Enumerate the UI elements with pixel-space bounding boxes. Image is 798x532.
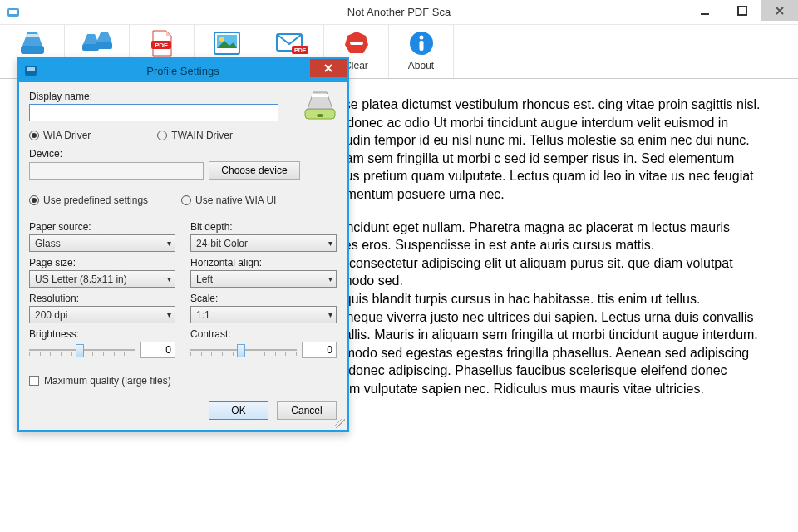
pdf-icon: PDF — [145, 28, 179, 58]
scale-label: Scale: — [190, 293, 337, 304]
profile-settings-dialog: Profile Settings Display name: WIA Drive… — [17, 57, 349, 432]
info-icon — [405, 28, 438, 58]
resolution-label: Resolution: — [29, 293, 175, 304]
chevron-down-icon: ▾ — [328, 310, 332, 319]
dialog-body: Display name: WIA Driver TWAIN Driver De… — [19, 82, 347, 430]
chevron-down-icon: ▾ — [167, 239, 171, 248]
button-label: Choose device — [221, 165, 287, 176]
brightness-label: Brightness: — [29, 328, 175, 340]
select-value: 200 dpi — [35, 309, 67, 321]
contrast-slider[interactable] — [190, 342, 297, 358]
max-quality-checkbox[interactable]: Maximum quality (large files) — [29, 375, 337, 387]
svg-rect-3 — [738, 7, 746, 15]
radio-label: WIA Driver — [43, 130, 91, 141]
dialog-titlebar[interactable]: Profile Settings — [19, 59, 347, 82]
scanner-illustration-icon — [302, 87, 338, 125]
document-paragraph: nisl tincidunt eget nullam. Pharetra mag… — [316, 219, 765, 398]
bit-depth-label: Bit depth: — [190, 221, 337, 233]
select-value: Glass — [35, 238, 61, 249]
horizontal-align-label: Horizontal align: — [190, 257, 337, 268]
brightness-value[interactable] — [140, 342, 175, 358]
svg-rect-24 — [312, 94, 328, 97]
dialog-close-button[interactable] — [310, 59, 347, 77]
choose-device-button[interactable]: Choose device — [209, 161, 300, 180]
clear-icon — [340, 28, 373, 58]
right-column: Bit depth: 24-bit Color▾ Horizontal alig… — [190, 221, 337, 363]
ok-button[interactable]: OK — [209, 401, 268, 420]
window-title: Not Another PDF Sca — [0, 6, 798, 18]
use-predefined-radio[interactable]: Use predefined settings — [29, 195, 148, 206]
chevron-down-icon: ▾ — [328, 239, 332, 248]
select-value: 1:1 — [196, 309, 210, 321]
radio-label: Use predefined settings — [43, 195, 148, 206]
window-controls — [686, 0, 798, 21]
bit-depth-select[interactable]: 24-bit Color▾ — [190, 234, 337, 252]
document-paragraph: bitasse platea dictumst vestibulum rhonc… — [316, 96, 765, 204]
horizontal-align-select[interactable]: Left▾ — [190, 270, 337, 288]
dialog-title: Profile Settings — [19, 65, 347, 77]
svg-rect-7 — [96, 42, 112, 49]
page-size-select[interactable]: US Letter (8.5x11 in)▾ — [29, 270, 175, 288]
svg-rect-5 — [26, 34, 39, 37]
display-name-input[interactable] — [29, 104, 278, 121]
page-size-label: Page size: — [29, 257, 175, 268]
email-pdf-icon: PDF — [275, 28, 308, 58]
checkbox-label: Maximum quality (large files) — [44, 375, 171, 387]
svg-rect-17 — [350, 42, 363, 45]
button-label: Cancel — [291, 405, 322, 416]
use-native-radio[interactable]: Use native WIA UI — [181, 195, 276, 206]
select-value: Left — [196, 273, 213, 285]
maximize-button[interactable] — [723, 0, 761, 21]
window-titlebar: Not Another PDF Sca — [0, 0, 798, 25]
minimize-button[interactable] — [686, 0, 723, 21]
image-icon — [210, 28, 244, 58]
svg-rect-20 — [419, 41, 423, 51]
about-tool[interactable]: About — [389, 25, 454, 78]
cancel-button[interactable]: Cancel — [277, 401, 337, 420]
left-column: Paper source: Glass▾ Page size: US Lette… — [29, 221, 175, 363]
resolution-select[interactable]: 200 dpi▾ — [29, 306, 175, 323]
svg-point-19 — [419, 36, 423, 40]
scanner-icon — [16, 28, 49, 58]
svg-text:PDF: PDF — [294, 47, 307, 53]
twain-driver-radio[interactable]: TWAIN Driver — [157, 130, 233, 141]
radio-label: TWAIN Driver — [171, 130, 233, 141]
close-button[interactable] — [761, 0, 798, 21]
tool-label: About — [408, 60, 434, 71]
document-page: bitasse platea dictumst vestibulum rhonc… — [316, 96, 765, 398]
chevron-down-icon: ▾ — [167, 310, 171, 319]
device-label: Device: — [29, 148, 337, 160]
resize-grip[interactable] — [335, 418, 345, 428]
select-value: 24-bit Color — [196, 238, 248, 249]
display-name-label: Display name: — [29, 91, 337, 102]
contrast-label: Contrast: — [190, 328, 337, 340]
scale-select[interactable]: 1:1▾ — [190, 306, 337, 323]
svg-rect-1 — [9, 10, 17, 14]
svg-point-12 — [219, 37, 224, 42]
select-value: US Letter (8.5x11 in) — [35, 273, 127, 285]
paper-source-select[interactable]: Glass▾ — [29, 234, 175, 252]
button-label: OK — [231, 405, 245, 416]
svg-point-25 — [317, 114, 323, 117]
paper-source-label: Paper source: — [29, 221, 175, 233]
svg-rect-2 — [701, 13, 709, 15]
app-icon — [7, 6, 20, 19]
device-input — [29, 162, 204, 180]
svg-rect-4 — [21, 46, 44, 54]
svg-text:PDF: PDF — [155, 42, 168, 49]
batch-scanner-icon — [81, 28, 114, 58]
contrast-value[interactable] — [302, 342, 337, 358]
chevron-down-icon: ▾ — [328, 274, 332, 283]
chevron-down-icon: ▾ — [167, 274, 171, 283]
brightness-slider[interactable] — [29, 342, 135, 358]
radio-label: Use native WIA UI — [195, 195, 276, 206]
wia-driver-radio[interactable]: WIA Driver — [29, 130, 91, 141]
